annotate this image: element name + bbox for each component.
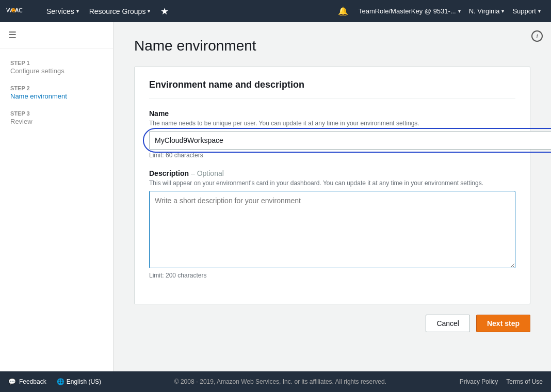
resource-groups-menu[interactable]: Resource Groups ▾: [84, 0, 156, 22]
region-caret: ▾: [501, 8, 504, 14]
description-textarea[interactable]: [149, 191, 515, 268]
step-2-name: Name environment: [10, 92, 103, 100]
description-hint: This will appear on your environment's c…: [149, 179, 515, 187]
step-3-name: Review: [10, 118, 103, 125]
step-3-num: Step 3: [10, 110, 103, 117]
region-label: N. Virginia: [469, 7, 500, 15]
cancel-button[interactable]: Cancel: [426, 315, 470, 332]
form-footer: Cancel Next step: [134, 304, 530, 332]
next-step-button[interactable]: Next step: [476, 315, 530, 332]
support-menu[interactable]: Support ▾: [508, 0, 545, 22]
step-2: Step 2 Name environment: [0, 82, 113, 103]
step-1-num: Step 1: [10, 60, 103, 66]
step-1: Step 1 Configure settings: [0, 57, 113, 78]
sidebar: ☰ Step 1 Configure settings Step 2 Name …: [0, 22, 114, 371]
feedback-label: Feedback: [19, 378, 46, 385]
desc-label-row: Description – Optional: [149, 169, 515, 177]
hamburger-icon[interactable]: ☰: [0, 22, 113, 48]
copyright-text: © 2008 - 2019, Amazon Web Services, Inc.…: [101, 378, 460, 385]
language-label: English (US): [67, 378, 101, 385]
name-field-group: Name The name needs to be unique per use…: [149, 109, 515, 159]
form-card-title: Environment name and description: [149, 79, 515, 99]
account-caret: ▾: [458, 8, 461, 14]
privacy-policy-link[interactable]: Privacy Policy: [460, 378, 498, 385]
aws-logo[interactable]: [6, 3, 34, 19]
info-icon[interactable]: i: [531, 30, 543, 42]
description-label: Description: [149, 169, 189, 177]
resource-groups-caret: ▾: [148, 8, 150, 14]
name-input[interactable]: [149, 131, 551, 150]
name-hint: The name needs to be unique per user. Yo…: [149, 120, 515, 127]
notifications-bell[interactable]: 🔔: [332, 0, 354, 22]
top-navigation: Services ▾ Resource Groups ▾ ★ 🔔 TeamRol…: [0, 0, 551, 22]
terms-of-use-link[interactable]: Terms of Use: [506, 378, 543, 385]
form-card: Environment name and description Name Th…: [134, 67, 530, 304]
bottom-bar: 💬 Feedback 🌐 English (US) © 2008 - 2019,…: [0, 371, 551, 392]
name-input-wrapper: [149, 131, 551, 150]
footer-links: Privacy Policy Terms of Use: [460, 378, 543, 385]
name-label: Name: [149, 109, 515, 118]
support-caret: ▾: [538, 8, 541, 14]
desc-limit: Limit: 200 characters: [149, 272, 515, 279]
main-content: i Name environment Environment name and …: [114, 22, 551, 371]
globe-icon: 🌐: [57, 378, 64, 385]
account-menu[interactable]: TeamRole/MasterKey @ 9531-... ▾: [354, 0, 465, 22]
name-limit: Limit: 60 characters: [149, 152, 515, 159]
feedback-button[interactable]: 💬 Feedback: [8, 378, 46, 385]
description-optional: – Optional: [191, 169, 224, 177]
services-caret: ▾: [76, 8, 79, 14]
support-label: Support: [512, 7, 536, 15]
resource-groups-label: Resource Groups: [89, 7, 146, 15]
description-field-group: Description – Optional This will appear …: [149, 169, 515, 279]
account-label: TeamRole/MasterKey @ 9531-...: [359, 7, 456, 15]
wizard-steps: Step 1 Configure settings Step 2 Name en…: [0, 48, 113, 137]
feedback-chat-icon: 💬: [8, 378, 16, 385]
step-2-num: Step 2: [10, 85, 103, 91]
services-menu[interactable]: Services ▾: [41, 0, 84, 22]
language-selector[interactable]: 🌐 English (US): [57, 378, 101, 385]
services-label: Services: [46, 7, 74, 15]
step-1-name: Configure settings: [10, 67, 103, 75]
step-3: Step 3 Review: [0, 107, 113, 128]
page-title: Name environment: [134, 38, 530, 54]
region-menu[interactable]: N. Virginia ▾: [465, 0, 509, 22]
favorites-icon[interactable]: ★: [155, 0, 174, 22]
